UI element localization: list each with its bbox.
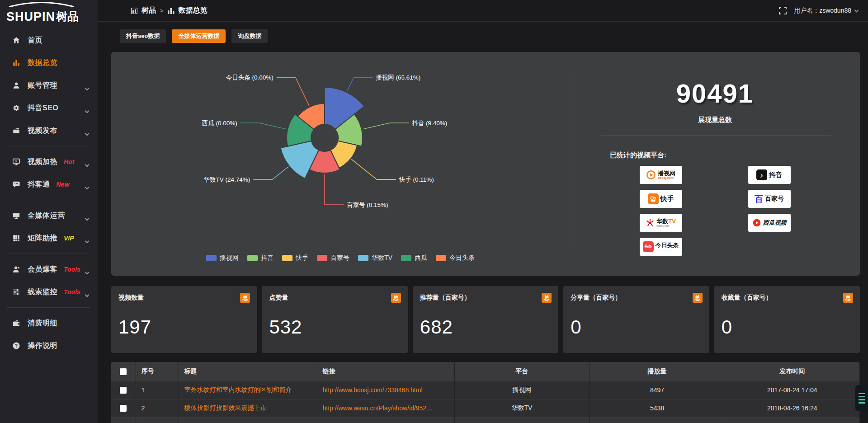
platform-badge-播视网[interactable]: 播视网boosj.com xyxy=(640,166,682,184)
overview-panel: 播视网 (65.61%)抖音 (9.40%)快手 (0.11%)百家号 (0.1… xyxy=(111,52,860,276)
sidebar-item-badge: Hot xyxy=(64,158,74,165)
floating-contact-widget[interactable] xyxy=(855,385,868,411)
stat-card-title: 推荐量（百家号） xyxy=(420,294,471,302)
cell-time: 2017-08-24 17:04 xyxy=(725,381,860,399)
sidebar-item-全媒体运营[interactable]: 全媒体运营 xyxy=(0,204,98,227)
row-checkbox[interactable] xyxy=(120,387,127,394)
stat-card-title: 收藏量（百家号） xyxy=(722,294,772,302)
table-header-row: 序号标题链接平台播放量发布时间 xyxy=(111,362,860,381)
logo-text-cn: 树品 xyxy=(56,9,79,24)
chevron-down-icon xyxy=(854,8,859,12)
column-header-标题: 标题 xyxy=(179,362,317,381)
topbar: 树品 > 数据总览 用户名：zswodun88 xyxy=(98,0,868,22)
member-icon xyxy=(12,265,21,274)
title-link[interactable]: 室外水纹灯和室内水纹灯的区别和简介 xyxy=(184,386,292,393)
sidebar-item-label: 数据总览 xyxy=(28,58,57,68)
chevron-down-icon xyxy=(85,268,89,276)
stat-card-header: 分享量（百家号）总 xyxy=(563,286,709,309)
sidebar-item-首页[interactable]: 首页 xyxy=(0,29,98,52)
sidebar-item-操作说明[interactable]: ?操作说明 xyxy=(0,334,98,357)
legend-swatch xyxy=(247,255,258,261)
platform-badge-西瓜视频[interactable]: 西瓜视频 xyxy=(748,214,791,232)
sidebar-item-label: 操作说明 xyxy=(28,341,57,351)
platform-badge-百家号[interactable]: 百百家号 xyxy=(748,190,791,208)
slice-label-播视网: 播视网 (65.61%) xyxy=(376,74,420,81)
url-link[interactable]: http://www.boosj.com/7338468.html xyxy=(323,386,423,394)
sidebar-item-label: 首页 xyxy=(28,36,42,45)
row-checkbox[interactable] xyxy=(120,405,127,412)
question-icon: ? xyxy=(12,341,21,350)
legend-swatch xyxy=(282,255,292,261)
empty-cell xyxy=(590,417,725,423)
rose-chart[interactable]: 播视网 (65.61%)抖音 (9.40%)快手 (0.11%)百家号 (0.1… xyxy=(111,52,570,251)
cell-index: 1 xyxy=(136,381,179,399)
sidebar-item-线索监控[interactable]: 线索监控Tools xyxy=(0,281,98,303)
legend-label: 今日头条 xyxy=(449,254,475,262)
legend-swatch xyxy=(436,255,446,261)
user-icon xyxy=(12,81,21,90)
legend-item-西瓜[interactable]: 西瓜 xyxy=(401,254,427,262)
url-link[interactable]: http://www.wasu.cn/Play/show/id/952… xyxy=(323,404,433,412)
empty-cell xyxy=(179,417,317,423)
sidebar-item-抖客通[interactable]: 抖客通New xyxy=(0,173,98,196)
sidebar-item-视频加热[interactable]: 视频加热Hot xyxy=(0,150,98,173)
stat-card-视频数量: 视频数量总197 xyxy=(111,286,257,353)
sidebar-item-会员爆客[interactable]: 会员爆客Tools xyxy=(0,258,98,281)
legend-label: 播视网 xyxy=(220,254,239,262)
sidebar-item-数据总览[interactable]: 数据总览 xyxy=(0,52,98,74)
legend-swatch xyxy=(358,255,368,261)
legend-swatch xyxy=(317,255,327,261)
sidebar-item-账号管理[interactable]: 账号管理 xyxy=(0,74,98,97)
breadcrumb: 树品 > 数据总览 xyxy=(131,6,208,15)
platform-badge-今日头条[interactable]: 头条今日头条— — — — xyxy=(640,238,682,256)
sidebar-item-矩阵助推[interactable]: 矩阵助推VIP xyxy=(0,227,98,249)
sidebar-item-消费明细[interactable]: 消费明细 xyxy=(0,312,98,334)
platform-badge-抖音[interactable]: ♪抖音 xyxy=(748,166,791,184)
tab-全媒体运营数据[interactable]: 全媒体运营数据 xyxy=(172,29,226,43)
breadcrumb-root[interactable]: 树品 xyxy=(142,6,156,15)
data-tabs: 抖音seo数据全媒体运营数据询盘数据 xyxy=(120,29,860,43)
chevron-down-icon xyxy=(85,236,89,244)
sidebar-divider xyxy=(7,254,90,254)
title-link[interactable]: 楼体投影灯投影效果震撼上市 xyxy=(184,404,267,411)
user-menu[interactable]: 用户名：zswodun88 xyxy=(794,7,858,15)
legend-swatch xyxy=(401,255,411,261)
cell-link: http://www.wasu.cn/Play/show/id/952… xyxy=(317,399,454,417)
stat-card-value: 0 xyxy=(571,316,709,338)
legend-item-百家号[interactable]: 百家号 xyxy=(317,254,349,262)
legend-item-今日头条[interactable]: 今日头条 xyxy=(436,254,475,262)
slice-label-华数TV: 华数TV (24.74%) xyxy=(204,176,250,183)
tab-抖音seo数据[interactable]: 抖音seo数据 xyxy=(120,29,166,43)
rose-slice-华数TV[interactable] xyxy=(281,141,319,179)
total-badge: 总 xyxy=(240,293,250,303)
gear-icon xyxy=(12,103,21,113)
legend-item-华数TV[interactable]: 华数TV xyxy=(358,254,392,262)
tab-询盘数据[interactable]: 询盘数据 xyxy=(231,29,268,43)
sidebar-item-label: 矩阵助推 xyxy=(28,234,57,243)
monitor-icon xyxy=(12,211,21,220)
user-label: 用户名：zswodun88 xyxy=(794,7,851,15)
cell-plays: 5438 xyxy=(590,399,725,417)
platform-badge-快手[interactable]: 快手 xyxy=(640,190,682,208)
video-table-wrap: 序号标题链接平台播放量发布时间 1室外水纹灯和室内水纹灯的区别和简介http:/… xyxy=(111,362,860,423)
summary-section: 90491 展现量总数 已统计的视频平台: 播视网boosj.com♪抖音快手百… xyxy=(570,52,860,276)
sidebar-item-视频发布[interactable]: 视频发布 xyxy=(0,119,98,142)
legend-item-快手[interactable]: 快手 xyxy=(282,254,308,262)
legend-item-播视网[interactable]: 播视网 xyxy=(206,254,239,262)
select-all-checkbox[interactable] xyxy=(120,368,127,375)
cell-platform: 播视网 xyxy=(454,381,590,399)
total-badge: 总 xyxy=(693,293,703,303)
sidebar-item-label: 视频发布 xyxy=(28,126,57,136)
logo-arc-icon xyxy=(7,2,76,7)
stat-card-header: 收藏量（百家号）总 xyxy=(714,286,860,309)
platform-badge-华数TV[interactable]: 华数TVwasu.cn xyxy=(640,214,682,232)
slice-label-西瓜: 西瓜 (0.00%) xyxy=(202,120,237,127)
column-header-链接: 链接 xyxy=(317,362,454,381)
fullscreen-icon[interactable] xyxy=(779,7,787,14)
stat-card-header: 推荐量（百家号）总 xyxy=(413,286,558,309)
sidebar-item-抖音SEO[interactable]: 抖音SEO xyxy=(0,97,98,119)
logo-text-en: SHUPIN xyxy=(6,10,55,24)
legend-item-抖音[interactable]: 抖音 xyxy=(247,254,274,262)
sidebar-item-badge: Tools xyxy=(64,266,80,273)
total-badge: 总 xyxy=(843,293,853,303)
